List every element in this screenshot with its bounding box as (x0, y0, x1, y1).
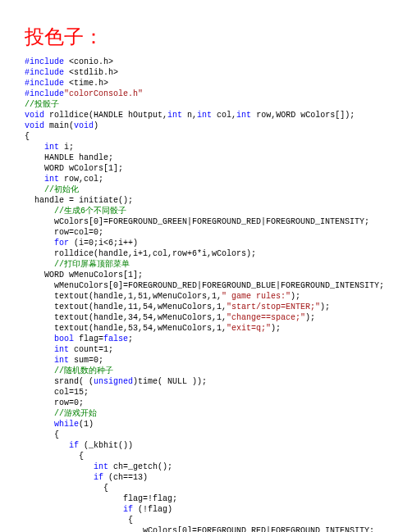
token-kw: int (236, 111, 251, 120)
token-nm: (ch==13) (103, 473, 148, 482)
token-cm: //随机数的种子 (54, 366, 113, 375)
token-nm (25, 356, 54, 365)
token-nm: (_kbhit()) (79, 441, 133, 450)
token-st: "colorConsole.h" (64, 89, 143, 98)
code-line: void main(void) (25, 120, 387, 131)
token-nm (25, 175, 44, 184)
token-nm: wColors[0]=FOREGROUND_GREEN|FOREGROUND_R… (25, 217, 369, 226)
code-line: rolldice(handle,i+1,col,row+6*i,wColors)… (25, 248, 387, 259)
token-cm: //打印屏幕顶部菜单 (54, 260, 130, 269)
token-nm: (!flag) (133, 505, 172, 514)
token-nm: textout(handle,1,51,wMenuColors,1, (25, 292, 222, 301)
token-nm: <conio.h> (64, 57, 113, 66)
token-kw: int (54, 345, 69, 354)
token-nm: flag= (74, 334, 103, 343)
code-line: textout(handle,53,54,wMenuColors,1,"exit… (25, 323, 387, 334)
token-kw: if (69, 441, 79, 450)
token-nm (25, 345, 54, 354)
doc-title: 投色子： (25, 25, 387, 50)
token-nm: ) (94, 121, 98, 130)
token-nm: flag=!flag; (25, 494, 177, 503)
token-nm: ); (271, 324, 281, 333)
token-kw: unsigned (94, 377, 133, 386)
token-nm: HANDLE handle; (25, 153, 113, 162)
token-nm: wColors[0]=FOREGROUND_RED|FOREGROUND_INT… (25, 526, 374, 532)
code-line: srand( (unsigned)time( NULL )); (25, 376, 387, 387)
token-nm: <stdlib.h> (64, 68, 118, 77)
token-pp: #include (25, 68, 64, 77)
code-line: flag=!flag; (25, 493, 387, 504)
code-line: if (_kbhit()) (25, 440, 387, 451)
code-line: handle = initiate(); (25, 195, 387, 206)
token-nm: ); (320, 302, 330, 311)
code-line: { (25, 483, 387, 493)
token-nm: handle = initiate(); (25, 196, 133, 205)
code-line: int row,col; (25, 174, 387, 184)
code-line: int ch=_getch(); (25, 462, 387, 472)
token-nm: srand( ( (25, 377, 94, 386)
code-line: int i; (25, 142, 387, 152)
code-line: #include <time.h> (25, 78, 387, 89)
token-kw: for (54, 239, 69, 248)
token-nm: { (25, 132, 30, 141)
code-line: #include <stdlib.h> (25, 67, 387, 78)
token-nm: textout(handle,53,54,wMenuColors,1, (25, 324, 227, 333)
token-nm (25, 366, 54, 375)
code-line: //随机数的种子 (25, 366, 387, 376)
token-nm: count=1; (69, 345, 113, 354)
code-line: wColors[0]=FOREGROUND_GREEN|FOREGROUND_R… (25, 216, 387, 227)
token-nm: { (25, 516, 133, 525)
token-st: "exit=q;" (227, 324, 271, 333)
code-line: int sum=0; (25, 355, 387, 366)
token-nm: (1) (79, 420, 94, 429)
token-nm: rolldice(handle,i+1,col,row+6*i,wColors)… (25, 249, 256, 258)
code-line: //初始化 (25, 184, 387, 195)
token-kw: bool (54, 334, 74, 343)
token-nm (25, 239, 54, 248)
token-nm: row=col=0; (25, 228, 103, 237)
token-kw: int (44, 175, 59, 184)
token-nm: { (25, 452, 84, 461)
token-nm: wMenuColors[0]=FOREGROUND_RED|FOREGROUND… (25, 281, 384, 290)
code-line: { (25, 451, 387, 462)
token-kw: int (44, 143, 59, 152)
token-nm: rolldice(HANDLE hOutput, (44, 111, 167, 120)
code-line: { (25, 515, 387, 525)
code-line: { (25, 131, 387, 142)
token-nm: )time( NULL )); (133, 377, 207, 386)
token-nm: textout(handle,11,54,wMenuColors,1, (25, 302, 227, 311)
token-nm (25, 409, 54, 418)
token-nm: row,WORD wColors[]); (251, 111, 355, 120)
token-st: "start/stop=ENTER;" (227, 302, 320, 311)
token-nm (25, 334, 54, 343)
token-nm: WORD wMenuColors[1]; (25, 271, 143, 280)
code-line: #include <conio.h> (25, 57, 387, 67)
token-pp: #include (25, 89, 64, 98)
token-kw: if (123, 505, 133, 514)
token-nm: row=0; (25, 398, 84, 407)
code-line: #include"colorConsole.h" (25, 89, 387, 99)
token-nm: col, (212, 111, 236, 120)
token-pp: #include (25, 79, 64, 88)
token-nm: i; (59, 143, 74, 152)
token-nm (25, 207, 54, 216)
code-line: row=0; (25, 398, 387, 408)
token-kw: while (54, 420, 79, 429)
token-nm (25, 260, 54, 269)
code-line: wMenuColors[0]=FOREGROUND_RED|FOREGROUND… (25, 280, 387, 291)
token-nm (25, 441, 69, 450)
token-nm (25, 143, 44, 152)
token-st: "change==space;" (227, 313, 305, 322)
token-nm (25, 185, 44, 194)
token-nm: ); (305, 313, 315, 322)
token-nm: { (25, 430, 59, 439)
code-line: for (i=0;i<6;i++) (25, 238, 387, 248)
token-nm: ch=_getch(); (108, 462, 172, 471)
code-line: //投骰子 (25, 99, 387, 110)
token-nm: <time.h> (64, 79, 108, 88)
code-line: WORD wColors[1]; (25, 163, 387, 174)
code-line: if (ch==13) (25, 472, 387, 483)
code-line: WORD wMenuColors[1]; (25, 270, 387, 280)
code-line: //生成6个不同骰子 (25, 206, 387, 216)
token-nm: sum=0; (69, 356, 103, 365)
